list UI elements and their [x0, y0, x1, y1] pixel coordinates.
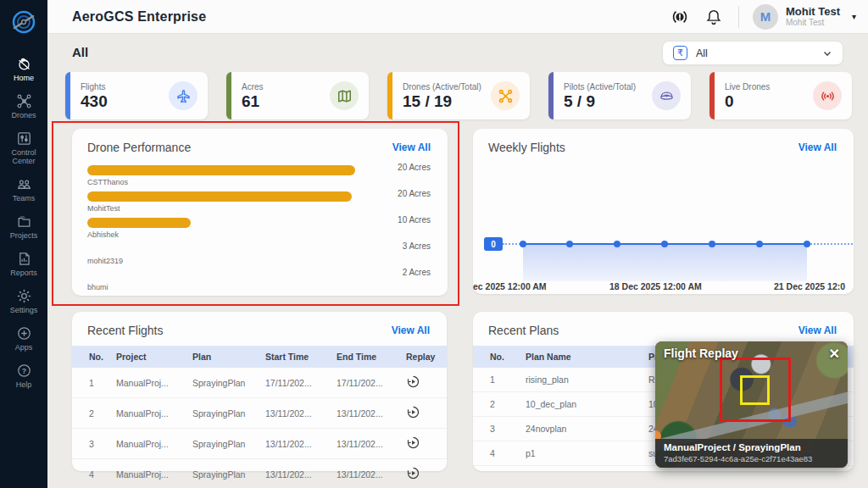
- bar-label: Abhishek: [87, 230, 119, 239]
- drone-icon: [16, 93, 32, 109]
- cell-project: ManualProj...: [116, 398, 192, 429]
- stat-accent-bar: [709, 72, 715, 119]
- stat-label: Pilots (Active/Total): [564, 82, 636, 92]
- stat-label: Flights: [81, 82, 108, 92]
- stat-card-drones[interactable]: Drones (Active/Total) 15 / 19: [387, 72, 530, 119]
- sidebar-item-help[interactable]: ? Help: [0, 363, 47, 389]
- replay-flight-id: 7ad3fe67-5294-4c6a-a25e-c2f71e43ae83: [664, 454, 839, 464]
- replay-button-icon[interactable]: [406, 405, 420, 419]
- bar-row: Abhishek 10 Acres: [87, 214, 431, 240]
- filter-dropdown[interactable]: ₹ All: [662, 41, 843, 65]
- panel-title: Recent Plans: [488, 324, 559, 337]
- chart-point[interactable]: [566, 241, 573, 247]
- chart-point[interactable]: [756, 241, 763, 247]
- stat-card-flights[interactable]: Flights 430: [65, 72, 208, 119]
- cell-end: 13/11/202...: [337, 459, 406, 488]
- user-menu-caret-icon[interactable]: ▾: [852, 12, 856, 21]
- bar-value: 10 Acres: [398, 215, 431, 225]
- alert-status-icon[interactable]: [670, 8, 689, 26]
- popup-caption: ManualProject / SprayingPlan 7ad3fe67-52…: [655, 439, 848, 468]
- column-header: Plan: [192, 346, 265, 368]
- sidebar-item-label: Apps: [15, 343, 33, 352]
- weekly-flights-panel: Weekly Flights View All 0 ec 2025 12:00 …: [473, 129, 854, 294]
- cell-no: 4: [72, 459, 116, 488]
- user-avatar[interactable]: M: [753, 4, 778, 30]
- live-broadcast-icon: [813, 81, 842, 110]
- table-row[interactable]: 4 ManualProj... SprayingPlan 13/11/202..…: [72, 459, 447, 488]
- chart-point[interactable]: [709, 241, 715, 247]
- bar-value: 20 Acres: [398, 189, 431, 198]
- chart-point[interactable]: [804, 241, 810, 247]
- question-circle-icon: ?: [16, 363, 32, 379]
- table-row[interactable]: 3 ManualProj... SprayingPlan 13/11/202..…: [72, 429, 447, 459]
- cell-plan: SprayingPlan: [192, 368, 265, 398]
- recent-plans-view-all-link[interactable]: View All: [798, 324, 837, 336]
- chart-point[interactable]: [661, 241, 668, 247]
- drone-icon: [491, 81, 520, 110]
- sidebar-item-settings[interactable]: Settings: [0, 288, 47, 314]
- column-header: Plan Name: [526, 346, 648, 368]
- weekly-flights-view-all-link[interactable]: View All: [798, 141, 837, 153]
- bar-label: MohitTest: [87, 204, 120, 213]
- stat-value: 430: [81, 92, 108, 110]
- cell-start: 13/11/202...: [265, 398, 337, 429]
- replay-button-icon[interactable]: [406, 435, 420, 450]
- bar-label: mohit2319: [87, 257, 123, 265]
- stat-value: 15 / 19: [403, 92, 481, 110]
- header-actions: M Mohit Test Mohit Test ▾: [670, 4, 856, 30]
- replay-button-icon[interactable]: [406, 466, 420, 480]
- stat-value: 0: [725, 92, 770, 110]
- user-name: Mohit Test: [786, 6, 840, 17]
- sidebar-item-apps[interactable]: Apps: [0, 325, 47, 352]
- sidebar-item-label: Help: [16, 380, 32, 389]
- report-document-icon: [16, 251, 32, 267]
- cell-no: 2: [72, 398, 116, 429]
- plus-circle-icon: [16, 325, 32, 341]
- stat-accent-bar: [226, 72, 231, 119]
- sidebar-item-drones[interactable]: Drones: [0, 93, 47, 119]
- sidebar-item-control-center[interactable]: Control Center: [0, 130, 47, 165]
- stat-card-live-drones[interactable]: Live Drones 0: [709, 72, 852, 119]
- replay-button-icon[interactable]: [406, 374, 420, 389]
- stat-accent-bar: [548, 72, 554, 119]
- column-header: No.: [473, 346, 526, 368]
- map-icon: [330, 81, 359, 110]
- user-menu[interactable]: Mohit Test Mohit Test: [786, 6, 840, 28]
- close-icon[interactable]: ✕: [829, 346, 840, 362]
- sidebar-item-projects[interactable]: Projects: [0, 214, 47, 240]
- recent-flights-view-all-link[interactable]: View All: [392, 324, 430, 336]
- sidebar-item-label: Settings: [10, 306, 38, 314]
- cell-end: 13/11/202...: [337, 398, 406, 429]
- sidebar-item-teams[interactable]: Teams: [0, 176, 47, 202]
- panel-title: Weekly Flights: [488, 141, 565, 154]
- cell-no: 4: [473, 441, 526, 466]
- stat-card-pilots[interactable]: Pilots (Active/Total) 5 / 9: [548, 72, 691, 119]
- notifications-bell-icon[interactable]: [704, 8, 723, 26]
- table-row[interactable]: 1 ManualProj... SprayingPlan 17/11/202..…: [72, 368, 447, 398]
- chart-point[interactable]: [520, 241, 526, 247]
- cell-end: 17/11/202...: [337, 368, 406, 398]
- chart-dotted-line: [807, 243, 854, 245]
- sidebar-item-label: Control Center: [5, 148, 42, 165]
- table-header-row: No. Project Plan Start Time End Time Rep…: [72, 346, 447, 368]
- sidebar-item-reports[interactable]: Reports: [0, 251, 47, 277]
- cell-start: 13/11/202...: [265, 459, 337, 488]
- drone-performance-view-all-link[interactable]: View All: [392, 141, 431, 153]
- bar-value: 3 Acres: [403, 241, 431, 251]
- stat-value: 61: [242, 92, 264, 110]
- bar-value: 2 Acres: [403, 268, 431, 277]
- cell-plan: SprayingPlan: [192, 398, 265, 429]
- table-row[interactable]: 2 ManualProj... SprayingPlan 13/11/202..…: [72, 398, 447, 429]
- sidebar-item-home[interactable]: Home: [0, 56, 47, 82]
- sidebar: Home Drones Control Center Teams: [0, 0, 47, 488]
- cell-no: 1: [473, 368, 526, 392]
- plane-icon: [169, 81, 198, 110]
- stat-card-acres[interactable]: Acres 61: [226, 72, 369, 119]
- stat-value: 5 / 9: [564, 92, 636, 110]
- drone-performance-chart: CSTThanos 20 Acres MohitTest 20 Acres Ab…: [72, 161, 448, 292]
- column-header: Replay: [406, 346, 447, 368]
- folder-icon: [16, 214, 32, 230]
- chart-point[interactable]: [614, 241, 620, 247]
- replay-plan-name: ManualProject / SprayingPlan: [664, 441, 839, 454]
- app-title: AeroGCS Enterprise: [72, 9, 206, 25]
